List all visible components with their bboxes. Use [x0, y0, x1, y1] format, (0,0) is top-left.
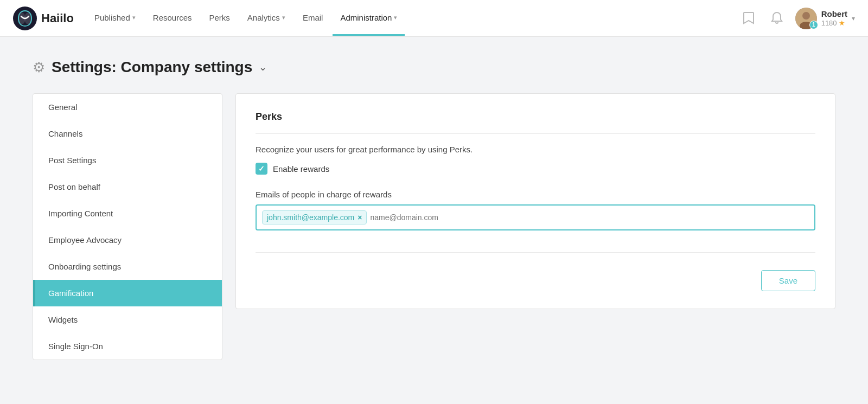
analytics-chevron-icon: ▾	[282, 14, 285, 21]
user-name: Robert	[821, 9, 847, 19]
settings-sidebar: General Channels Post Settings Post on b…	[33, 93, 222, 360]
user-points: 1180 ★	[821, 19, 847, 28]
save-button[interactable]: Save	[761, 270, 815, 291]
user-info: Robert 1180 ★	[821, 9, 847, 28]
user-menu[interactable]: 1 Robert 1180 ★ ▾	[795, 8, 855, 29]
bookmark-icon	[743, 11, 755, 25]
nav-analytics[interactable]: Analytics ▾	[240, 1, 293, 36]
nav-email[interactable]: Email	[295, 1, 331, 36]
email-input-area[interactable]: john.smith@example.com ×	[256, 204, 815, 230]
gear-icon: ⚙	[33, 59, 45, 76]
sidebar-item-gamification[interactable]: Gamification	[33, 280, 222, 306]
divider-top	[256, 133, 815, 134]
nav-links: Published ▾ Resources Perks Analytics ▾ …	[87, 1, 739, 35]
bell-icon	[771, 11, 783, 25]
sidebar-item-importing-content[interactable]: Importing Content	[33, 200, 222, 227]
nav-administration[interactable]: Administration ▾	[333, 1, 405, 36]
email-field-label: Emails of people in charge of rewards	[256, 190, 815, 199]
svg-point-4	[802, 12, 810, 20]
divider-bottom	[256, 252, 815, 253]
brand-logo-icon	[13, 7, 37, 30]
page-title: Settings: Company settings	[52, 59, 252, 76]
email-text-input[interactable]	[370, 213, 809, 222]
brand[interactable]: Haiilo	[13, 7, 74, 30]
enable-rewards-checkbox[interactable]: ✓	[256, 163, 267, 175]
notifications-button[interactable]	[767, 9, 787, 28]
sidebar-item-employee-advocacy[interactable]: Employee Advocacy	[33, 227, 222, 253]
avatar-badge: 1	[809, 21, 818, 29]
enable-rewards-row: ✓ Enable rewards	[256, 163, 815, 175]
page-title-row: ⚙ Settings: Company settings ⌄	[33, 59, 835, 76]
administration-chevron-icon: ▾	[394, 14, 397, 21]
published-chevron-icon: ▾	[132, 14, 136, 21]
section-title: Perks	[256, 111, 815, 123]
navbar: Haiilo Published ▾ Resources Perks Analy…	[0, 0, 868, 37]
star-icon: ★	[839, 19, 845, 27]
sidebar-item-widgets[interactable]: Widgets	[33, 306, 222, 333]
enable-rewards-label: Enable rewards	[273, 164, 329, 174]
title-chevron-icon[interactable]: ⌄	[259, 61, 267, 73]
page-content: ⚙ Settings: Company settings ⌄ General C…	[16, 37, 852, 382]
nav-resources[interactable]: Resources	[145, 1, 200, 36]
bookmark-button[interactable]	[739, 9, 758, 28]
email-tag: john.smith@example.com ×	[262, 210, 367, 225]
sidebar-item-post-settings[interactable]: Post Settings	[33, 147, 222, 174]
sidebar-item-post-on-behalf[interactable]: Post on behalf	[33, 174, 222, 200]
settings-main: Perks Recognize your users for great per…	[235, 93, 835, 309]
perks-description: Recognize your users for great performan…	[256, 145, 815, 154]
sidebar-item-single-sign-on[interactable]: Single Sign-On	[33, 333, 222, 360]
avatar-wrap: 1	[795, 8, 817, 29]
user-chevron-icon: ▾	[852, 15, 855, 22]
email-tag-remove-button[interactable]: ×	[358, 213, 362, 222]
sidebar-item-onboarding-settings[interactable]: Onboarding settings	[33, 253, 222, 280]
settings-layout: General Channels Post Settings Post on b…	[33, 93, 835, 360]
navbar-right: 1 Robert 1180 ★ ▾	[739, 8, 855, 29]
brand-name: Haiilo	[41, 11, 74, 25]
nav-published[interactable]: Published ▾	[87, 1, 143, 36]
sidebar-item-channels[interactable]: Channels	[33, 120, 222, 147]
sidebar-item-general[interactable]: General	[33, 94, 222, 120]
checkmark-icon: ✓	[258, 164, 265, 173]
nav-perks[interactable]: Perks	[202, 1, 238, 36]
